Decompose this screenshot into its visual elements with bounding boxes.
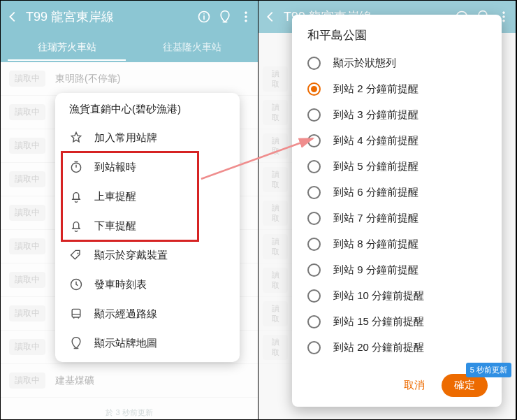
radio-icon [307, 212, 321, 225]
menu-label: 上車提醒 [94, 190, 136, 203]
radio-icon [307, 134, 321, 147]
bell-icon [69, 219, 83, 233]
radio-option[interactable]: 到站 2 分鐘前提醒 [292, 76, 502, 102]
svg-point-8 [77, 252, 78, 254]
radio-list: 顯示於狀態列 到站 2 分鐘前提醒 到站 3 分鐘前提醒 到站 4 分鐘前提醒 … [292, 49, 502, 367]
radio-option[interactable]: 到站 3 分鐘前提醒 [292, 102, 502, 128]
svg-rect-10 [72, 309, 80, 317]
menu-label: 顯示於穿戴裝置 [94, 249, 168, 262]
radio-icon [307, 82, 321, 96]
radio-icon [307, 315, 321, 328]
radio-option[interactable]: 到站 8 分鐘前提醒 [292, 231, 502, 257]
menu-wearable[interactable]: 顯示於穿戴裝置 [55, 240, 240, 270]
radio-option[interactable]: 顯示於狀態列 [292, 50, 502, 76]
dialog-title: 和平島公園 [292, 15, 502, 49]
radio-option[interactable]: 到站 6 分鐘前提醒 [292, 180, 502, 205]
right-screenshot: T99 龍宮東岸線 讀取 讀取 讀取 讀取 讀取 讀取 讀取 讀取 讀取 和平島… [258, 1, 516, 419]
radio-option[interactable]: 到站 5 分鐘前提醒 [292, 154, 502, 180]
radio-icon [307, 263, 321, 277]
radio-option[interactable]: 到站 9 分鐘前提醒 [292, 257, 502, 283]
reminder-dialog: 和平島公園 顯示於狀態列 到站 2 分鐘前提醒 到站 3 分鐘前提醒 到站 4 … [292, 15, 502, 407]
radio-icon [307, 238, 321, 251]
radio-icon [307, 160, 321, 173]
bell-icon [69, 189, 83, 203]
menu-label: 下車提醒 [94, 219, 136, 233]
popup-title: 漁貨直銷中心(碧砂漁港) [55, 103, 240, 123]
updated-corner-badge: 5 秒前更新 [466, 363, 511, 377]
menu-label: 到站報時 [94, 161, 136, 174]
radio-option[interactable]: 到站 7 分鐘前提醒 [292, 205, 502, 231]
menu-label: 發車時刻表 [94, 278, 147, 291]
tag-icon [69, 248, 83, 262]
menu-passing-routes[interactable]: 顯示經過路線 [55, 299, 240, 328]
cancel-button[interactable]: 取消 [397, 375, 432, 396]
menu-schedule[interactable]: 發車時刻表 [55, 270, 240, 299]
menu-alight-alert[interactable]: 下車提醒 [55, 211, 240, 240]
radio-option[interactable]: 到站 15 分鐘前提醒 [292, 309, 502, 335]
clock-icon [69, 277, 83, 291]
stop-actions-popup: 漁貨直銷中心(碧砂漁港) 加入常用站牌 到站報時 上車提醒 [55, 93, 240, 362]
radio-option[interactable]: 到站 10 分鐘前提醒 [292, 283, 502, 309]
radio-icon [307, 186, 321, 199]
radio-icon [307, 341, 321, 354]
menu-stop-map[interactable]: 顯示站牌地圖 [55, 328, 240, 358]
menu-label: 加入常用站牌 [94, 131, 157, 145]
radio-option[interactable]: 到站 20 分鐘前提醒 [292, 335, 502, 361]
radio-option[interactable]: 到站 4 分鐘前提醒 [292, 128, 502, 154]
left-screenshot: T99 龍宮東岸線 往瑞芳火車站 往基隆火車站 讀取中 東明路(不停靠) 讀取中… [1, 1, 258, 419]
radio-icon [307, 57, 321, 70]
star-icon [69, 131, 83, 145]
menu-boarding-alert[interactable]: 上車提醒 [55, 182, 240, 211]
menu-add-favorite[interactable]: 加入常用站牌 [55, 123, 240, 152]
map-pin-icon [69, 336, 83, 350]
menu-label: 顯示經過路線 [94, 307, 157, 321]
bus-icon [69, 307, 83, 321]
menu-arrival-announce[interactable]: 到站報時 [55, 152, 240, 182]
menu-label: 顯示站牌地圖 [94, 337, 157, 350]
radio-icon [307, 289, 321, 303]
radio-icon [307, 108, 321, 122]
svg-point-7 [71, 163, 80, 172]
stopwatch-icon [69, 160, 83, 174]
